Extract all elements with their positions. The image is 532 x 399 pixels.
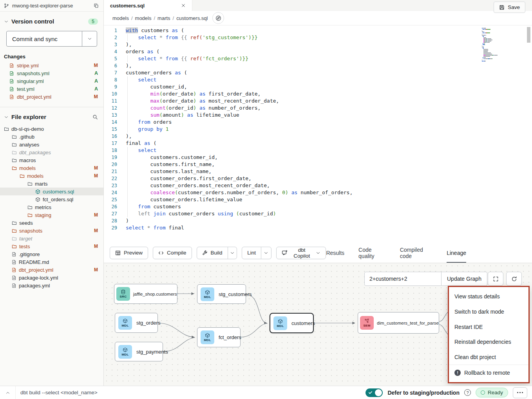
- code-line[interactable]: 3),: [104, 41, 532, 48]
- lineage-node-stg-customers[interactable]: MDLstg_customers: [197, 284, 246, 304]
- tree-item-macros[interactable]: macros: [0, 156, 103, 164]
- code-line[interactable]: 16),: [104, 133, 532, 140]
- build-button[interactable]: Build: [197, 247, 228, 259]
- tree-item-package-lock-yml[interactable]: package-lock.yml: [0, 274, 103, 282]
- build-options-button[interactable]: [228, 247, 237, 259]
- lineage-search-input[interactable]: [364, 272, 442, 286]
- code-line[interactable]: 8 select: [104, 76, 532, 83]
- tab-code-quality[interactable]: Code quality: [358, 243, 386, 263]
- code-line[interactable]: 25 customer_orders.lifetime_value: [104, 196, 532, 203]
- change-row-singular.yml[interactable]: singular.ymlA: [0, 77, 103, 85]
- close-icon[interactable]: [181, 3, 186, 8]
- lint-options-button[interactable]: [261, 247, 271, 259]
- tree-item-analyses[interactable]: analyses: [0, 141, 103, 148]
- tree-item-packages-yml[interactable]: packages.yml: [0, 282, 103, 289]
- tab-results[interactable]: Results: [326, 243, 344, 263]
- tree-item-fct-orders-sql[interactable]: fct_orders.sql: [0, 195, 103, 203]
- code-line[interactable]: 5 select * from {{ ref('fct_orders')}}: [104, 55, 532, 62]
- lineage-node-jaffle-shop-customers[interactable]: SRCjaffle_shop.customers: [114, 284, 177, 304]
- menu-item-reinstall-dependencies[interactable]: Reinstall dependencies: [449, 334, 528, 350]
- help-icon[interactable]: ?: [464, 389, 471, 396]
- chevron-down-icon[interactable]: [4, 19, 9, 24]
- code-line[interactable]: 14 from orders: [104, 119, 532, 126]
- tree-item-metrics[interactable]: metrics: [0, 203, 103, 211]
- file-explorer-header[interactable]: File explorer: [0, 107, 103, 122]
- code-line[interactable]: 23 customer_orders.most_recent_order_dat…: [104, 182, 532, 189]
- code-line[interactable]: 4orders as (: [104, 48, 532, 55]
- preview-button[interactable]: Preview: [110, 247, 148, 259]
- tree-item-tests[interactable]: testsM: [0, 242, 103, 250]
- defer-toggle[interactable]: [366, 388, 383, 397]
- code-line[interactable]: 18 select: [104, 147, 532, 154]
- tab-customers-sql[interactable]: customers.sql: [104, 0, 192, 11]
- update-graph-button[interactable]: Update Graph: [442, 272, 487, 286]
- commit-and-sync-button[interactable]: Commit and sync: [7, 31, 82, 46]
- code-line[interactable]: 29select * from final: [104, 224, 532, 231]
- code-editor[interactable]: 1with customers as (2 select * from {{ r…: [104, 25, 532, 243]
- code-line[interactable]: 2 select * from {{ ref('stg_customers')}…: [104, 34, 532, 41]
- breadcrumb-segment[interactable]: models: [135, 15, 152, 21]
- code-line[interactable]: 21 customers.last_name,: [104, 168, 532, 175]
- lineage-node-dim-customers-test-for-parse[interactable]: SEMdim_customers_test_for_parse: [358, 312, 439, 334]
- menu-item-restart-ide[interactable]: Restart IDE: [449, 319, 528, 334]
- code-line[interactable]: 1with customers as (: [104, 27, 532, 34]
- tree-item-readme-md[interactable]: README.md: [0, 258, 103, 266]
- menu-item-view-status-details[interactable]: View status details: [449, 289, 528, 304]
- tree-item-dbt-packages[interactable]: dbt_packages: [0, 148, 103, 156]
- code-line[interactable]: 17final as (: [104, 140, 532, 147]
- tree-item-customers-sql[interactable]: customers.sql: [0, 188, 103, 195]
- menu-item-clean-dbt-project[interactable]: Clean dbt project: [449, 350, 528, 365]
- lineage-node-stg-payments[interactable]: MDLstg_payments: [115, 342, 163, 361]
- lineage-panel[interactable]: Update Graph SRCjaffle_shop.customersMDL…: [104, 263, 532, 386]
- lint-button[interactable]: Lint: [242, 247, 261, 259]
- tab-lineage[interactable]: Lineage: [447, 243, 466, 263]
- copy-icon[interactable]: [94, 3, 99, 8]
- code-line[interactable]: 22 customer_orders.first_order_date,: [104, 175, 532, 182]
- version-control-header[interactable]: Version control 5: [0, 12, 103, 26]
- fullscreen-button[interactable]: [488, 272, 503, 286]
- code-line[interactable]: 6),: [104, 62, 532, 69]
- lineage-node-stg-orders[interactable]: MDLstg_orders: [115, 313, 158, 333]
- change-row-dbt_project.yml[interactable]: dbt_project.ymlM: [0, 93, 103, 101]
- refresh-graph-button[interactable]: [506, 272, 522, 286]
- tree-item-snapshots[interactable]: snapshotsM: [0, 227, 103, 235]
- save-button[interactable]: Save: [494, 2, 525, 13]
- code-line[interactable]: 26 from customers: [104, 203, 532, 210]
- tree-item--gitignore[interactable]: .gitignore: [0, 250, 103, 258]
- menu-item-switch-to-dark-mode[interactable]: Switch to dark mode: [449, 304, 528, 320]
- breadcrumb-segment[interactable]: marts: [157, 15, 170, 21]
- menu-item-rollback-to-remote[interactable]: !Rollback to remote: [449, 365, 528, 380]
- tree-item-models[interactable]: modelsM: [0, 172, 103, 180]
- tree-item-models[interactable]: modelsM: [0, 164, 103, 172]
- breadcrumb-segment[interactable]: models: [112, 15, 129, 21]
- tree-item-db-sl-qs-demo[interactable]: db-sl-qs-demo: [0, 125, 103, 133]
- tree-item-marts[interactable]: marts: [0, 180, 103, 188]
- tree-item-seeds[interactable]: seeds: [0, 219, 103, 227]
- more-options-button[interactable]: [513, 387, 527, 398]
- code-line[interactable]: 12 count(order_id) as number_of_orders,: [104, 105, 532, 112]
- tree-item-staging[interactable]: stagingM: [0, 211, 103, 219]
- search-icon[interactable]: [92, 114, 98, 120]
- tree-item-dbt-project-yml[interactable]: dbt_project.ymlM: [0, 266, 103, 274]
- change-row-stripe.yml[interactable]: stripe.ymlM: [0, 61, 103, 69]
- code-line[interactable]: 11 max(order_date) as most_recent_order_…: [104, 97, 532, 105]
- tree-item--github[interactable]: .github: [0, 133, 103, 141]
- tree-item-target[interactable]: target: [0, 235, 103, 242]
- expand-command-bar-button[interactable]: [0, 386, 16, 399]
- code-line[interactable]: 13 sum(amount) as lifetime_value: [104, 112, 532, 119]
- tab-compiled-code[interactable]: Compiled code: [400, 243, 433, 263]
- status-badge[interactable]: Ready: [476, 388, 508, 397]
- code-line[interactable]: 10 min(order_date) as first_order_date,: [104, 90, 532, 97]
- commit-options-button[interactable]: [82, 31, 97, 46]
- code-line[interactable]: 7customer_orders as (: [104, 69, 532, 76]
- code-line[interactable]: 19 customers.customer_id,: [104, 154, 532, 161]
- dbt-copilot-button[interactable]: dbt Copilot: [276, 247, 326, 259]
- minimap[interactable]: [482, 28, 522, 62]
- scrollbar-thumb[interactable]: [527, 27, 530, 43]
- explore-lineage-button[interactable]: [212, 12, 224, 24]
- command-input[interactable]: dbt build --select <model_name>: [20, 390, 98, 395]
- change-row-test.yml[interactable]: test.ymlA: [0, 85, 103, 93]
- compile-button[interactable]: Compile: [153, 247, 192, 259]
- code-line[interactable]: 24 coalesce(customer_orders.number_of_or…: [104, 189, 532, 196]
- lineage-node-fct-orders[interactable]: MDLfct_orders: [197, 327, 241, 347]
